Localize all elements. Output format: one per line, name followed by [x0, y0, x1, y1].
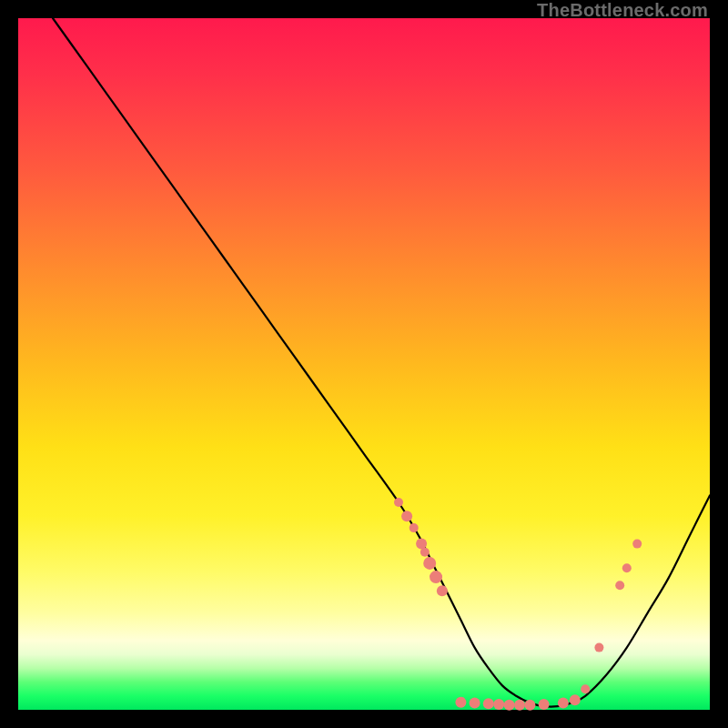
data-marker — [594, 643, 603, 652]
data-marker — [622, 563, 632, 572]
data-marker — [470, 697, 480, 708]
data-marker — [514, 700, 525, 711]
data-marker — [524, 700, 535, 711]
data-marker — [493, 699, 504, 710]
data-marker — [581, 684, 590, 693]
data-marker — [483, 698, 494, 709]
data-marker — [420, 548, 430, 557]
data-marker — [558, 697, 569, 708]
data-marker — [570, 694, 581, 705]
data-marker — [615, 581, 624, 590]
data-marker — [423, 557, 436, 570]
data-marker — [437, 585, 448, 596]
bottleneck-curve-svg — [18, 18, 710, 710]
data-marker — [504, 700, 515, 711]
chart-frame — [18, 18, 710, 710]
data-marker — [401, 511, 412, 521]
data-markers — [394, 498, 642, 711]
data-marker — [430, 571, 442, 583]
data-marker — [632, 540, 642, 549]
data-marker — [410, 523, 419, 532]
data-marker — [455, 697, 466, 708]
bottleneck-curve-path — [53, 18, 710, 707]
data-marker — [539, 699, 550, 710]
data-marker — [394, 498, 403, 507]
